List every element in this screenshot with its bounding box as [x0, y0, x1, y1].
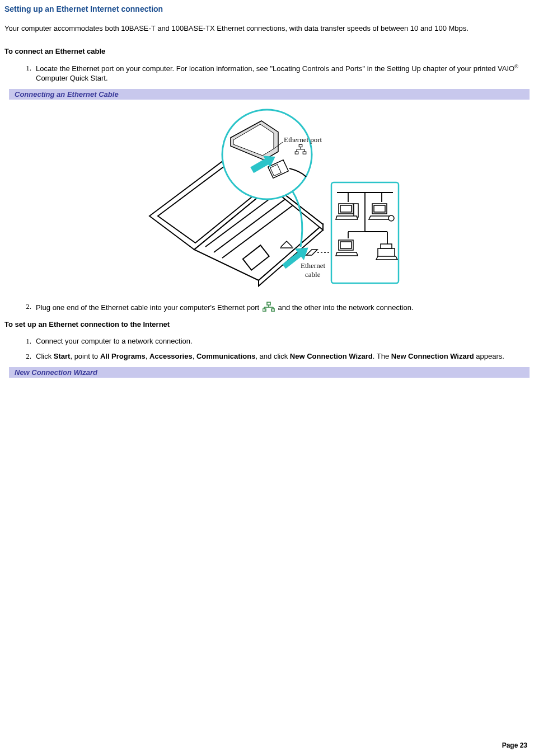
steps-setup-internet: 1. Connect your computer to a network co…: [4, 336, 530, 361]
list-number: 2.: [21, 302, 31, 312]
svg-rect-31: [354, 204, 358, 217]
svg-rect-30: [340, 205, 352, 212]
step-text: Plug one end of the Ethernet cable into …: [36, 303, 261, 312]
step-text: Locate the Ethernet port on your compute…: [36, 64, 514, 73]
figure-ethernet-cable: Ethernet port Ethernet cable: [4, 104, 530, 290]
svg-rect-36: [340, 242, 352, 248]
step-2: 2. Plug one end of the Ethernet cable in…: [21, 302, 530, 314]
steps-connect-cable: 1. Locate the Ethernet port on your comp…: [4, 63, 530, 83]
label-ethernet-port: Ethernet port: [284, 135, 322, 144]
svg-rect-39: [267, 302, 270, 305]
step-text: Connect your computer to a network conne…: [36, 337, 193, 345]
section-heading-connect-cable: To connect an Ethernet cable: [4, 47, 530, 55]
label-ethernet-cable: Ethernet: [301, 261, 325, 270]
step-text: Click Start, point to All Programs, Acce…: [36, 352, 504, 360]
svg-rect-38: [381, 244, 392, 248]
step-1: 1. Connect your computer to a network co…: [21, 336, 530, 346]
step-1: 1. Locate the Ethernet port on your comp…: [21, 63, 530, 83]
page-title: Setting up an Ethernet Internet connecti…: [4, 4, 530, 13]
step-text-cont: and the other into the network connectio…: [278, 303, 413, 312]
svg-text:cable: cable: [305, 270, 321, 279]
list-number: 1.: [21, 63, 31, 73]
step-2: 2. Click Start, point to All Programs, A…: [21, 351, 530, 361]
page-number: Page 23: [502, 741, 527, 749]
figure-caption-wizard: New Connection Wizard: [4, 367, 530, 378]
step-text-cont: Computer Quick Start.: [36, 74, 108, 82]
list-number: 1.: [21, 336, 31, 346]
intro-paragraph: Your computer accommodates both 10BASE-T…: [4, 24, 530, 34]
diagram-ethernet: Ethernet port Ethernet cable: [133, 104, 401, 289]
trademark: ®: [514, 64, 518, 69]
svg-rect-45: [271, 309, 275, 311]
svg-point-34: [388, 215, 394, 221]
steps-connect-cable-cont: 2. Plug one end of the Ethernet cable in…: [4, 302, 530, 314]
list-number: 2.: [21, 351, 31, 361]
svg-rect-33: [374, 205, 385, 212]
svg-rect-44: [263, 309, 266, 311]
section-heading-setup-internet: To set up an Ethernet connection to the …: [4, 320, 530, 328]
figure-caption-ethernet: Connecting an Ethernet Cable: [4, 89, 530, 100]
network-icon: [263, 302, 275, 314]
